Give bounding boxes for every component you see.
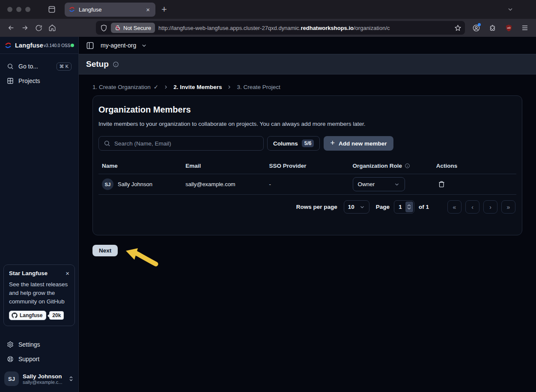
columns-button[interactable]: Columns 5/6 — [267, 136, 320, 151]
url-path: /organization/c — [354, 25, 390, 31]
sidebar-toggle-icon[interactable] — [86, 42, 94, 50]
goto-shortcut-badge: ⌘ K — [57, 62, 71, 71]
account-icon[interactable] — [469, 21, 483, 34]
next-button[interactable]: Next — [92, 245, 118, 256]
main-area: my-agent-org Setup 1. Create Organizatio… — [79, 37, 536, 392]
info-icon[interactable] — [405, 163, 410, 169]
window-zoom-button[interactable] — [25, 7, 30, 12]
search-icon — [104, 140, 110, 147]
first-page-button[interactable]: « — [447, 200, 462, 214]
lifebuoy-icon — [7, 356, 14, 362]
rows-per-page-value: 10 — [348, 204, 354, 210]
number-spinner[interactable] — [405, 202, 413, 212]
setup-steps: 1. Create Organization ✓ 2. Invite Membe… — [92, 78, 522, 95]
chevron-down-icon — [359, 204, 365, 210]
brand-name: Langfuse — [15, 42, 43, 49]
plus-icon: + — [330, 139, 335, 147]
organization-members-card: Organization Members Invite members to y… — [92, 95, 522, 235]
window-minimize-button[interactable] — [16, 7, 21, 12]
extensions-puzzle-icon[interactable] — [485, 21, 499, 34]
tab-close-icon[interactable]: × — [144, 6, 152, 14]
github-star-button[interactable]: Langfuse — [9, 311, 46, 320]
card-title: Organization Members — [98, 105, 516, 115]
user-meta: Sally Johnson sally@example.c... — [23, 373, 62, 385]
menu-hamburger-icon[interactable] — [518, 21, 532, 34]
star-card-body: See the latest releases and help grow th… — [9, 280, 69, 306]
col-email: Email — [182, 158, 265, 174]
role-header-label: Organization Role — [353, 163, 402, 169]
pagination: Rows per page 10 Page — [98, 195, 516, 214]
tab-title: Langfuse — [79, 6, 141, 13]
pagination-buttons: « ‹ › » — [447, 200, 515, 214]
page-number-field[interactable] — [394, 200, 414, 214]
star-card-title: Star Langfuse — [9, 270, 48, 276]
org-switcher[interactable]: my-agent-org — [101, 42, 136, 49]
last-page-button[interactable]: » — [501, 200, 515, 214]
search-input[interactable] — [114, 140, 259, 147]
annotation-arrow-icon — [125, 247, 159, 267]
user-menu[interactable]: SJ Sally Johnson sally@example.c... — [0, 367, 78, 392]
bookmark-star-icon[interactable] — [454, 24, 462, 32]
forward-icon[interactable] — [18, 21, 32, 34]
svg-text:uO: uO — [507, 26, 511, 29]
step-create-project[interactable]: 3. Create Project — [237, 84, 280, 90]
member-avatar: SJ — [102, 178, 113, 190]
new-tab-button[interactable]: + — [161, 5, 167, 14]
sidebar: Langfuse v3.140.0 OSS Go to... ⌘ K Proje… — [0, 37, 79, 392]
info-icon[interactable] — [113, 61, 119, 68]
langfuse-logo-icon — [4, 42, 12, 49]
role-value: Owner — [358, 181, 375, 187]
insecure-lock-icon — [115, 25, 121, 31]
not-secure-badge[interactable]: Not Secure — [111, 23, 155, 33]
url-bar[interactable]: Not Secure http://langfuse-web-langfuse.… — [96, 21, 465, 35]
close-icon[interactable]: × — [66, 270, 69, 276]
chevrons-up-down-icon — [68, 376, 74, 382]
chevron-down-icon[interactable] — [141, 42, 147, 49]
url-text[interactable]: http://langfuse-web-langfuse.apps.cluste… — [158, 25, 451, 31]
star-langfuse-card: Star Langfuse × See the latest releases … — [3, 264, 75, 326]
window-controls[interactable] — [0, 7, 30, 12]
col-role: Organization Role — [349, 158, 433, 174]
page-title: Setup — [86, 59, 109, 69]
projects-label: Projects — [18, 77, 40, 84]
reload-icon[interactable] — [32, 21, 45, 34]
table-controls: Columns 5/6 + Add new member — [98, 136, 516, 151]
sidebar-item-goto[interactable]: Go to... ⌘ K — [3, 59, 75, 74]
delete-member-button[interactable] — [436, 179, 447, 190]
browser-tab-langfuse[interactable]: Langfuse × — [65, 3, 155, 17]
github-badges[interactable]: Langfuse 20k — [9, 311, 69, 320]
step-create-organization[interactable]: 1. Create Organization ✓ — [92, 83, 158, 90]
rows-per-page-select[interactable]: 10 — [344, 200, 369, 214]
github-icon — [12, 312, 18, 318]
sidebar-item-support[interactable]: Support — [3, 352, 75, 366]
add-new-member-button[interactable]: + Add new member — [324, 136, 393, 151]
account-notification-dot — [478, 23, 481, 26]
page-number-input[interactable] — [395, 204, 405, 210]
next-page-button[interactable]: › — [483, 200, 497, 214]
sidebar-item-settings[interactable]: Settings — [3, 337, 75, 352]
role-select[interactable]: Owner — [353, 177, 405, 191]
window-close-button[interactable] — [7, 7, 12, 12]
columns-count-badge: 5/6 — [302, 140, 314, 147]
member-name: Sally Johnson — [118, 181, 152, 187]
add-member-label: Add new member — [339, 140, 387, 147]
back-icon[interactable] — [4, 21, 18, 34]
sidebar-item-projects[interactable]: Projects — [3, 74, 75, 88]
org-topbar: my-agent-org — [79, 37, 536, 54]
prev-page-button[interactable]: ‹ — [465, 200, 479, 214]
firefox-view-icon[interactable] — [48, 5, 56, 14]
col-name: Name — [98, 158, 182, 174]
step-1-label: 1. Create Organization — [92, 84, 151, 90]
list-all-tabs-icon[interactable] — [507, 6, 514, 13]
ublock-origin-icon[interactable]: uO — [502, 21, 515, 34]
step-invite-members[interactable]: 2. Invite Members — [173, 84, 222, 90]
trash-icon — [438, 181, 445, 188]
members-table: Name Email SSO Provider Organization Rol… — [98, 158, 516, 195]
home-icon[interactable] — [45, 21, 59, 34]
member-search[interactable] — [98, 136, 264, 151]
sidebar-nav: Go to... ⌘ K Projects — [0, 54, 78, 90]
tracking-protection-shield-icon[interactable] — [100, 24, 107, 32]
gear-icon — [7, 341, 14, 348]
next-row: Next — [92, 245, 522, 267]
page-of-label: of 1 — [419, 204, 429, 210]
